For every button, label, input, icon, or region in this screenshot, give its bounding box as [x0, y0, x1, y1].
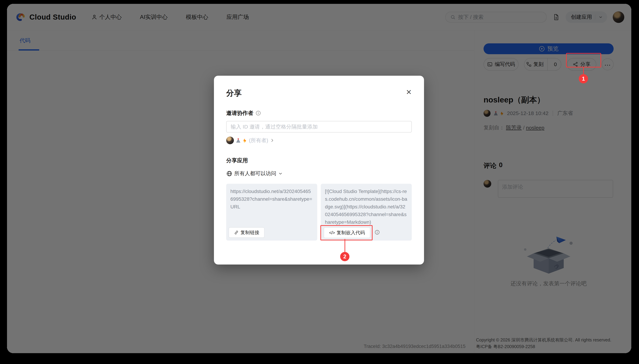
chevron-down-icon: [278, 171, 283, 176]
owner-emoji-pair: [235, 138, 248, 143]
owner-role-label: (所有者): [249, 137, 268, 144]
fire-emoji-icon: [242, 138, 248, 143]
share-dialog-title: 分享: [226, 88, 242, 98]
share-url-card: https://cloudstudio.net/a/32024054656995…: [226, 184, 317, 240]
share-markdown-card: [![Cloud Studio Template](https://cs-res…: [321, 184, 412, 240]
copy-embed-label: 复制嵌入代码: [337, 230, 365, 236]
owner-avatar-small: [226, 136, 234, 144]
info-icon[interactable]: [256, 110, 261, 116]
code-brackets-icon: </>: [329, 230, 335, 235]
close-icon[interactable]: ✕: [406, 89, 412, 96]
invite-collaborators-section: 邀请协作者: [226, 110, 412, 117]
info-icon[interactable]: [374, 230, 380, 235]
copy-link-label: 复制链接: [241, 230, 260, 236]
volcano-emoji-icon: [235, 138, 241, 143]
chevron-right-icon[interactable]: [270, 138, 275, 143]
copy-embed-code-button[interactable]: </> 复制嵌入代码: [324, 227, 370, 238]
share-dialog: 分享 ✕ 邀请协作者 (所有者) 分享应用: [214, 76, 424, 264]
access-scope-label: 所有人都可以访问: [234, 170, 276, 177]
owner-row[interactable]: (所有者): [226, 136, 412, 144]
share-cards: https://cloudstudio.net/a/32024054656995…: [226, 184, 412, 240]
annotation-step-badge-2: 2: [340, 252, 349, 261]
invite-collaborators-label: 邀请协作者: [226, 110, 253, 117]
share-app-section: 分享应用: [226, 157, 412, 164]
link-icon: [234, 230, 239, 235]
share-app-label: 分享应用: [226, 157, 248, 164]
share-url-text: https://cloudstudio.net/a/32024054656995…: [230, 188, 313, 211]
access-scope-selector[interactable]: 所有人都可以访问: [226, 170, 412, 177]
share-markdown-text: [![Cloud Studio Template](https://cs-res…: [325, 188, 407, 226]
copy-link-button[interactable]: 复制链接: [229, 227, 265, 238]
share-dialog-header: 分享 ✕: [226, 88, 412, 98]
invite-id-input[interactable]: [226, 121, 412, 132]
globe-icon: [226, 170, 233, 177]
annotation-connector-2: [345, 239, 345, 252]
